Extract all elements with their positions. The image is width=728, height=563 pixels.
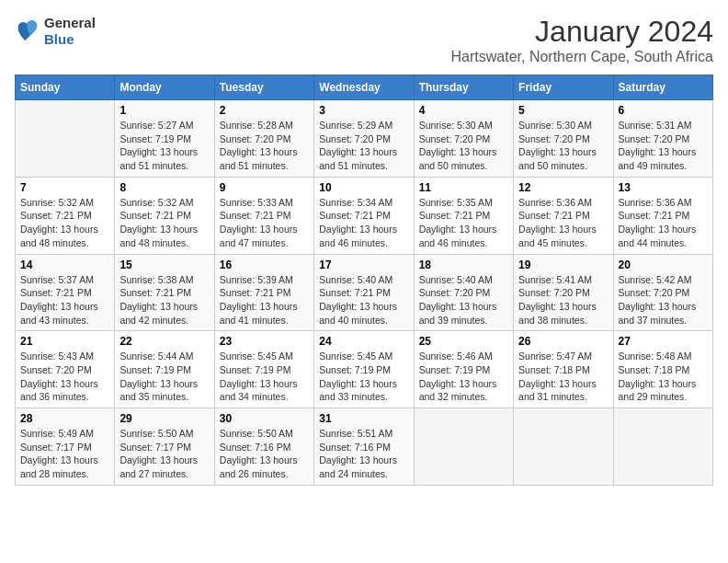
day-number: 14: [20, 259, 109, 271]
calendar-week-3: 21Sunrise: 5:43 AM Sunset: 7:20 PM Dayli…: [16, 331, 713, 408]
header-monday: Monday: [115, 75, 214, 100]
logo-icon: [15, 18, 40, 44]
calendar-cell: 14Sunrise: 5:37 AM Sunset: 7:21 PM Dayli…: [16, 254, 115, 331]
day-info: Sunrise: 5:45 AM Sunset: 7:19 PM Dayligh…: [319, 350, 408, 404]
day-info: Sunrise: 5:32 AM Sunset: 7:21 PM Dayligh…: [119, 196, 209, 250]
calendar-week-1: 7Sunrise: 5:32 AM Sunset: 7:21 PM Daylig…: [16, 177, 713, 254]
day-info: Sunrise: 5:50 AM Sunset: 7:16 PM Dayligh…: [220, 427, 309, 481]
day-number: 18: [419, 259, 508, 271]
day-info: Sunrise: 5:27 AM Sunset: 7:19 PM Dayligh…: [119, 119, 209, 173]
calendar-cell: 15Sunrise: 5:38 AM Sunset: 7:21 PM Dayli…: [115, 254, 214, 331]
day-number: 6: [619, 104, 708, 117]
calendar-cell: 6Sunrise: 5:31 AM Sunset: 7:20 PM Daylig…: [613, 100, 712, 178]
calendar-cell: 2Sunrise: 5:28 AM Sunset: 7:20 PM Daylig…: [214, 100, 313, 178]
calendar-cell: 19Sunrise: 5:41 AM Sunset: 7:20 PM Dayli…: [514, 254, 613, 331]
day-number: 8: [119, 181, 209, 194]
day-info: Sunrise: 5:30 AM Sunset: 7:20 PM Dayligh…: [419, 119, 508, 173]
day-info: Sunrise: 5:45 AM Sunset: 7:19 PM Dayligh…: [220, 350, 309, 404]
calendar-table: SundayMondayTuesdayWednesdayThursdayFrid…: [15, 75, 713, 486]
calendar-cell: 10Sunrise: 5:34 AM Sunset: 7:21 PM Dayli…: [314, 177, 414, 254]
day-info: Sunrise: 5:37 AM Sunset: 7:21 PM Dayligh…: [20, 273, 109, 327]
calendar-cell: 5Sunrise: 5:30 AM Sunset: 7:20 PM Daylig…: [514, 100, 613, 178]
day-info: Sunrise: 5:29 AM Sunset: 7:20 PM Dayligh…: [319, 119, 408, 173]
calendar-cell: [16, 100, 115, 178]
day-info: Sunrise: 5:41 AM Sunset: 7:20 PM Dayligh…: [518, 273, 608, 327]
header-saturday: Saturday: [613, 75, 712, 100]
calendar-cell: 28Sunrise: 5:49 AM Sunset: 7:17 PM Dayli…: [16, 408, 115, 486]
day-number: 22: [119, 335, 209, 348]
logo: General Blue: [15, 15, 96, 48]
day-number: 20: [619, 259, 708, 271]
calendar-cell: 17Sunrise: 5:40 AM Sunset: 7:21 PM Dayli…: [314, 254, 414, 331]
day-number: 13: [619, 181, 708, 194]
logo-general: General: [44, 15, 96, 30]
calendar-cell: 25Sunrise: 5:46 AM Sunset: 7:19 PM Dayli…: [414, 331, 513, 408]
calendar-cell: 21Sunrise: 5:43 AM Sunset: 7:20 PM Dayli…: [16, 331, 115, 408]
calendar-cell: 23Sunrise: 5:45 AM Sunset: 7:19 PM Dayli…: [214, 331, 313, 408]
day-info: Sunrise: 5:28 AM Sunset: 7:20 PM Dayligh…: [220, 119, 309, 173]
calendar-cell: 12Sunrise: 5:36 AM Sunset: 7:21 PM Dayli…: [514, 177, 613, 254]
day-number: 7: [20, 181, 109, 194]
calendar-cell: [613, 408, 712, 486]
day-info: Sunrise: 5:36 AM Sunset: 7:21 PM Dayligh…: [619, 196, 708, 250]
day-number: 1: [119, 104, 209, 117]
calendar-cell: 3Sunrise: 5:29 AM Sunset: 7:20 PM Daylig…: [314, 100, 414, 178]
calendar-cell: 29Sunrise: 5:50 AM Sunset: 7:17 PM Dayli…: [115, 408, 214, 486]
day-info: Sunrise: 5:50 AM Sunset: 7:17 PM Dayligh…: [119, 427, 209, 481]
day-number: 31: [319, 412, 408, 425]
day-number: 30: [220, 412, 309, 425]
day-info: Sunrise: 5:38 AM Sunset: 7:21 PM Dayligh…: [119, 273, 209, 327]
calendar-cell: 11Sunrise: 5:35 AM Sunset: 7:21 PM Dayli…: [414, 177, 513, 254]
day-info: Sunrise: 5:44 AM Sunset: 7:19 PM Dayligh…: [119, 350, 209, 404]
calendar-header-row: SundayMondayTuesdayWednesdayThursdayFrid…: [16, 75, 713, 100]
day-number: 21: [20, 335, 109, 348]
calendar-cell: 8Sunrise: 5:32 AM Sunset: 7:21 PM Daylig…: [115, 177, 214, 254]
header-friday: Friday: [514, 75, 613, 100]
day-number: 12: [518, 181, 608, 194]
calendar-cell: 27Sunrise: 5:48 AM Sunset: 7:18 PM Dayli…: [613, 331, 712, 408]
page-header: General Blue January 2024 Hartswater, No…: [15, 15, 713, 65]
day-number: 17: [319, 259, 408, 271]
calendar-week-2: 14Sunrise: 5:37 AM Sunset: 7:21 PM Dayli…: [16, 254, 713, 331]
day-info: Sunrise: 5:40 AM Sunset: 7:20 PM Dayligh…: [419, 273, 508, 327]
calendar-week-4: 28Sunrise: 5:49 AM Sunset: 7:17 PM Dayli…: [16, 408, 713, 486]
day-info: Sunrise: 5:30 AM Sunset: 7:20 PM Dayligh…: [518, 119, 608, 173]
day-info: Sunrise: 5:49 AM Sunset: 7:17 PM Dayligh…: [20, 427, 109, 481]
day-info: Sunrise: 5:34 AM Sunset: 7:21 PM Dayligh…: [319, 196, 408, 250]
calendar-cell: 9Sunrise: 5:33 AM Sunset: 7:21 PM Daylig…: [214, 177, 313, 254]
header-tuesday: Tuesday: [214, 75, 313, 100]
day-info: Sunrise: 5:48 AM Sunset: 7:18 PM Dayligh…: [619, 350, 708, 404]
day-number: 25: [419, 335, 508, 348]
day-number: 27: [619, 335, 708, 348]
day-info: Sunrise: 5:39 AM Sunset: 7:21 PM Dayligh…: [220, 273, 309, 327]
day-number: 11: [419, 181, 508, 194]
day-info: Sunrise: 5:36 AM Sunset: 7:21 PM Dayligh…: [518, 196, 608, 250]
calendar-cell: 26Sunrise: 5:47 AM Sunset: 7:18 PM Dayli…: [514, 331, 613, 408]
calendar-cell: 24Sunrise: 5:45 AM Sunset: 7:19 PM Dayli…: [314, 331, 414, 408]
day-number: 24: [319, 335, 408, 348]
day-number: 16: [220, 259, 309, 271]
location-title: Hartswater, Northern Cape, South Africa: [451, 49, 713, 65]
day-number: 4: [419, 104, 508, 117]
calendar-cell: 22Sunrise: 5:44 AM Sunset: 7:19 PM Dayli…: [115, 331, 214, 408]
calendar-cell: 13Sunrise: 5:36 AM Sunset: 7:21 PM Dayli…: [613, 177, 712, 254]
calendar-cell: 1Sunrise: 5:27 AM Sunset: 7:19 PM Daylig…: [115, 100, 214, 178]
day-info: Sunrise: 5:51 AM Sunset: 7:16 PM Dayligh…: [319, 427, 408, 481]
header-thursday: Thursday: [414, 75, 513, 100]
day-number: 3: [319, 104, 408, 117]
day-number: 5: [518, 104, 608, 117]
day-info: Sunrise: 5:43 AM Sunset: 7:20 PM Dayligh…: [20, 350, 109, 404]
day-info: Sunrise: 5:31 AM Sunset: 7:20 PM Dayligh…: [619, 119, 708, 173]
calendar-week-0: 1Sunrise: 5:27 AM Sunset: 7:19 PM Daylig…: [16, 100, 713, 178]
calendar-cell: 16Sunrise: 5:39 AM Sunset: 7:21 PM Dayli…: [214, 254, 313, 331]
calendar-cell: 4Sunrise: 5:30 AM Sunset: 7:20 PM Daylig…: [414, 100, 513, 178]
title-block: January 2024 Hartswater, Northern Cape, …: [451, 15, 713, 65]
day-number: 19: [518, 259, 608, 271]
day-number: 26: [518, 335, 608, 348]
day-number: 9: [220, 181, 309, 194]
calendar-cell: 7Sunrise: 5:32 AM Sunset: 7:21 PM Daylig…: [16, 177, 115, 254]
logo-text: General Blue: [44, 15, 96, 48]
day-info: Sunrise: 5:47 AM Sunset: 7:18 PM Dayligh…: [518, 350, 608, 404]
calendar-cell: 30Sunrise: 5:50 AM Sunset: 7:16 PM Dayli…: [214, 408, 313, 486]
day-info: Sunrise: 5:32 AM Sunset: 7:21 PM Dayligh…: [20, 196, 109, 250]
